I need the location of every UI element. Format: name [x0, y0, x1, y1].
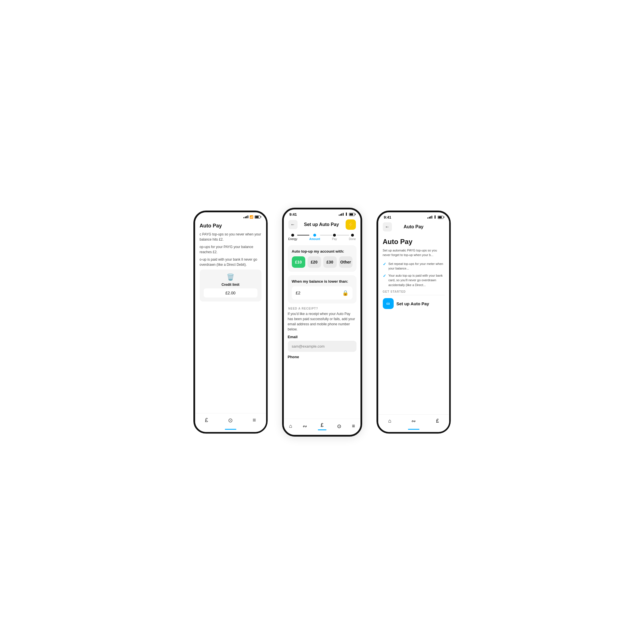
phone-left: 📶 Auto Pay c PAYG top-ups so you never w… — [193, 211, 268, 434]
left-body-text-3: o-up is paid with your bank ll never go … — [200, 257, 261, 267]
step-line-1 — [297, 235, 309, 235]
usage-icon-right: ∾ — [411, 418, 416, 424]
step-label-pay: Pay — [332, 237, 337, 241]
signal-icon — [243, 215, 248, 218]
bottom-nav-right: ⌂ ∾ £ — [378, 414, 449, 429]
setup-auto-pay-button[interactable]: ∞ Set up Auto Pay — [383, 298, 445, 309]
receipt-section: NEED A RECEIPT? If you'd like a receipt … — [288, 307, 356, 332]
amount-options: £10 £20 £30 Other — [292, 256, 352, 268]
nav-home-center[interactable]: ⌂ — [287, 422, 294, 430]
nav-header-center: ← Set up Auto Pay ⚡ — [284, 218, 360, 232]
amount-card-title: Auto top-up my account with: — [292, 249, 352, 253]
check-icon-2: ✓ — [383, 274, 386, 278]
back-button-center[interactable]: ← — [288, 220, 298, 229]
email-label: Email — [288, 335, 356, 339]
nav-usage-right[interactable]: ∾ — [409, 417, 418, 425]
nav-header-right: ← Auto Pay — [378, 221, 449, 234]
balance-field: £2 🔒 — [292, 286, 352, 300]
battery-icon-center — [349, 213, 355, 216]
amount-20-button[interactable]: £20 — [308, 256, 321, 268]
nav-item-pound[interactable]: £ — [203, 416, 210, 425]
nav-home-right[interactable]: ⌂ — [386, 417, 394, 425]
setup-btn-label: Set up Auto Pay — [397, 301, 429, 306]
home-icon-center: ⌂ — [289, 423, 292, 429]
check-text-2: Your auto top-up is paid with your bank … — [389, 273, 445, 288]
lightning-button[interactable]: ⚡ — [346, 219, 356, 230]
battery-icon-right — [438, 216, 443, 219]
battery-icon — [255, 215, 260, 219]
amount-30-button[interactable]: £30 — [323, 256, 337, 268]
help-icon: ⊙ — [228, 417, 233, 424]
signal-icon-right — [427, 216, 432, 219]
credit-label: Credit limit — [221, 283, 239, 287]
nav-item-help[interactable]: ⊙ — [226, 416, 235, 425]
nav-menu-center[interactable]: ≡ — [350, 422, 357, 430]
phone-label: Phone — [288, 355, 356, 359]
nav-pound-center[interactable]: £ — [316, 421, 329, 431]
amount-other-button[interactable]: Other — [339, 256, 352, 268]
home-icon-right: ⌂ — [388, 418, 391, 424]
lock-icon: 🔒 — [342, 290, 348, 296]
menu-icon: ≡ — [253, 417, 256, 423]
amount-10-button[interactable]: £10 — [292, 256, 305, 268]
receipt-description: If you'd like a receipt when your Auto P… — [288, 311, 356, 332]
phone-right: 9:41 ⏽ ← Auto Pay — [377, 211, 451, 434]
check-item-1: ✓ Set repeat top-ups for your meter when… — [383, 261, 445, 271]
step-label-amount: Amount — [309, 237, 320, 241]
signal-icon-center — [339, 213, 344, 216]
check-text-1: Set repeat top-ups for your meter when y… — [389, 261, 445, 271]
amount-card: Auto top-up my account with: £10 £20 £30… — [288, 245, 356, 272]
back-button-right[interactable]: ← — [383, 222, 392, 231]
check-icon-1: ✓ — [383, 262, 386, 266]
nav-usage-center[interactable]: ∾ — [300, 422, 309, 431]
balance-value: £2 — [296, 290, 301, 295]
menu-icon-center: ≡ — [352, 423, 355, 429]
step-label-done: Done — [349, 237, 356, 241]
step-line-2 — [320, 235, 332, 235]
help-icon-center: ⊙ — [337, 423, 341, 429]
lightning-icon: ⚡ — [348, 221, 354, 228]
center-content: Auto top-up my account with: £10 £20 £30… — [284, 243, 360, 419]
nav-pound-right[interactable]: £ — [434, 417, 441, 425]
right-description: Set up automatic PAYG top-ups so you nev… — [383, 248, 445, 257]
infinity-icon: ∞ — [386, 301, 390, 307]
step-line-3 — [337, 235, 349, 235]
phone-center: 9:41 ⏽ ← Set up Auto Pay — [282, 208, 362, 437]
wifi-icon-center: ⏽ — [345, 213, 348, 216]
nav-title-right: Auto Pay — [404, 224, 423, 229]
divider-right — [383, 295, 445, 295]
step-dot-energy — [291, 234, 294, 237]
email-section: Email — [288, 335, 356, 355]
trash-icon[interactable]: 🗑️ — [227, 274, 234, 281]
credit-section: 🗑️ Credit limit £2.00 — [200, 270, 261, 302]
wifi-icon-right: ⏽ — [433, 215, 437, 219]
setup-icon: ∞ — [383, 298, 394, 309]
step-dot-pay — [333, 234, 336, 237]
step-dot-done — [351, 234, 354, 237]
email-input[interactable] — [288, 341, 356, 352]
nav-title-center: Set up Auto Pay — [304, 222, 339, 227]
nav-item-menu[interactable]: ≡ — [250, 416, 258, 425]
receipt-heading: NEED A RECEIPT? — [288, 307, 356, 310]
bottom-nav-center: ⌂ ∾ £ ⊙ ≡ — [284, 419, 360, 435]
usage-icon-center: ∾ — [303, 423, 307, 429]
left-page-title: Auto Pay — [200, 223, 261, 229]
status-time-right: 9:41 — [384, 215, 391, 219]
nav-help-center[interactable]: ⊙ — [335, 422, 344, 431]
get-started-label: GET STARTED — [383, 290, 445, 293]
check-item-2: ✓ Your auto top-up is paid with your ban… — [383, 273, 445, 288]
bottom-nav-left: £ ⊙ ≡ — [195, 413, 266, 428]
pound-icon: £ — [205, 417, 208, 423]
status-time-center: 9:41 — [290, 212, 297, 217]
step-dot-amount — [313, 234, 316, 237]
credit-value: £2.00 — [204, 288, 257, 298]
progress-steps: Energy Amount Pay Done — [284, 232, 360, 243]
nav-indicator-center — [318, 429, 326, 430]
balance-card-title: When my balance is lower than: — [292, 279, 352, 284]
left-body-text-1: c PAYG top-ups so you never when your ba… — [200, 232, 261, 242]
phone-section: Phone — [288, 355, 356, 359]
pound-icon-right: £ — [436, 418, 439, 424]
step-label-energy: Energy — [288, 237, 298, 241]
nav-indicator-right — [408, 429, 419, 430]
left-body-text-2: op-ups for your PAYG your balance reache… — [200, 244, 261, 255]
